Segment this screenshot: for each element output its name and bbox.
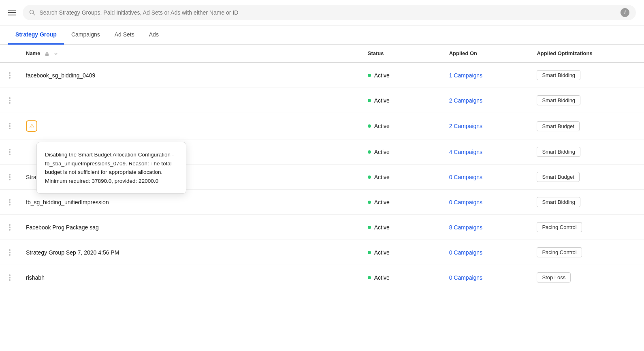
row-menu-cell <box>0 190 19 215</box>
row-context-menu[interactable] <box>6 72 13 79</box>
svg-rect-2 <box>45 54 49 56</box>
applied-on-link[interactable]: 2 Campaigns <box>449 123 483 129</box>
status-dot <box>368 124 371 128</box>
row-applied-on-cell: 2 Campaigns <box>443 113 531 139</box>
optimization-badge: Smart Budget <box>537 121 580 131</box>
applied-on-link[interactable]: 0 Campaigns <box>449 249 483 256</box>
table-row: Active2 CampaignsSmart Bidding <box>0 88 644 113</box>
row-status-cell: Active <box>361 113 443 139</box>
row-optimization-cell: Smart Bidding <box>530 190 644 215</box>
col-applied-on: Applied On <box>443 45 531 62</box>
status-label: Active <box>374 174 390 180</box>
row-applied-on-cell: 2 Campaigns <box>443 88 531 113</box>
row-status-cell: Active <box>361 190 443 215</box>
info-icon: i <box>621 8 629 17</box>
warning-icon: ⚠ <box>26 120 37 132</box>
row-menu-cell <box>0 113 19 139</box>
status-label: Active <box>374 274 390 281</box>
table-row: Strategy Group Sep 7, 2020 4:56 PMActive… <box>0 240 644 265</box>
row-applied-on-cell: 1 Campaigns <box>443 62 531 88</box>
row-optimization-cell: Smart Bidding <box>530 139 644 165</box>
applied-on-link[interactable]: 0 Campaigns <box>449 174 483 180</box>
row-name: rishabh <box>26 274 45 281</box>
row-context-menu[interactable] <box>6 149 13 155</box>
col-menu <box>0 45 19 62</box>
col-status: Status <box>361 45 443 62</box>
row-name-cell: Facebook Prog Package sag <box>19 215 361 240</box>
row-status-cell: Active <box>361 62 443 88</box>
row-applied-on-cell: 0 Campaigns <box>443 240 531 265</box>
row-applied-on-cell: 0 Campaigns <box>443 165 531 190</box>
row-optimization-cell: Stop Loss <box>530 265 644 290</box>
row-optimization-cell: Smart Budget <box>530 113 644 139</box>
row-status-cell: Active <box>361 265 443 290</box>
applied-on-link[interactable]: 1 Campaigns <box>449 72 483 79</box>
row-status-cell: Active <box>361 165 443 190</box>
row-menu-cell <box>0 240 19 265</box>
row-context-menu[interactable] <box>6 274 13 281</box>
table-row: facebook_sg_bidding_0409Active1 Campaign… <box>0 62 644 88</box>
status-dot <box>368 251 371 254</box>
status-label: Active <box>374 249 390 256</box>
row-status-cell: Active <box>361 139 443 165</box>
row-name-cell: facebook_sg_bidding_0409 <box>19 62 361 88</box>
row-optimization-cell: Smart Budget <box>530 165 644 190</box>
status-label: Active <box>374 224 390 231</box>
row-menu-cell <box>0 265 19 290</box>
lock-icon <box>45 51 49 56</box>
applied-on-link[interactable]: 8 Campaigns <box>449 224 483 231</box>
row-name-cell <box>19 88 361 113</box>
row-status-cell: Active <box>361 215 443 240</box>
status-label: Active <box>374 199 390 205</box>
status-label: Active <box>374 149 390 155</box>
row-menu-cell <box>0 88 19 113</box>
row-name: Strategy Group Sep 7, 2020 4:56 PM <box>26 249 119 256</box>
row-context-menu[interactable] <box>6 199 13 205</box>
tab-ads[interactable]: Ads <box>142 26 166 45</box>
status-dot <box>368 176 371 179</box>
applied-on-link[interactable]: 0 Campaigns <box>449 199 483 205</box>
row-optimization-cell: Smart Bidding <box>530 88 644 113</box>
hamburger-menu[interactable] <box>8 10 16 15</box>
status-dot <box>368 276 371 279</box>
status-dot <box>368 150 371 154</box>
row-context-menu[interactable] <box>6 123 13 129</box>
search-input[interactable] <box>39 9 616 16</box>
row-status-cell: Active <box>361 240 443 265</box>
col-optimizations: Applied Optimizations <box>530 45 644 62</box>
status-label: Active <box>374 97 390 104</box>
row-status-cell: Active <box>361 88 443 113</box>
applied-on-link[interactable]: 2 Campaigns <box>449 97 483 104</box>
tab-strategy-group[interactable]: Strategy Group <box>8 26 64 45</box>
table-row: rishabhActive0 CampaignsStop Loss <box>0 265 644 290</box>
row-optimization-cell: Pacing Control <box>530 215 644 240</box>
row-applied-on-cell: 8 Campaigns <box>443 215 531 240</box>
optimization-badge: Pacing Control <box>537 222 582 232</box>
status-label: Active <box>374 72 390 79</box>
optimization-badge: Smart Bidding <box>537 95 580 105</box>
row-context-menu[interactable] <box>6 97 13 104</box>
row-menu-cell <box>0 215 19 240</box>
table-row: ⚠Active2 CampaignsSmart Budget <box>0 113 644 139</box>
row-name-cell: Strategy Group Sep 7, 2020 4:56 PM <box>19 240 361 265</box>
chevron-down-icon <box>54 52 58 56</box>
row-menu-cell <box>0 62 19 88</box>
row-context-menu[interactable] <box>6 224 13 231</box>
row-context-menu[interactable] <box>6 174 13 180</box>
row-name-cell: rishabh <box>19 265 361 290</box>
row-name: facebook_sg_bidding_0409 <box>26 72 95 79</box>
row-context-menu[interactable] <box>6 249 13 256</box>
optimization-badge: Smart Bidding <box>537 197 580 207</box>
status-dot <box>368 74 371 77</box>
optimization-badge: Pacing Control <box>537 247 582 257</box>
tab-ad-sets[interactable]: Ad Sets <box>107 26 142 45</box>
applied-on-link[interactable]: 0 Campaigns <box>449 274 483 281</box>
applied-on-link[interactable]: 4 Campaigns <box>449 149 483 155</box>
status-dot <box>368 99 371 102</box>
optimization-badge: Smart Budget <box>537 172 580 182</box>
tab-campaigns[interactable]: Campaigns <box>64 26 107 45</box>
row-name-cell: ⚠ <box>19 113 361 139</box>
optimization-badge: Stop Loss <box>537 272 571 283</box>
tooltip-popup: Disabling the Smart Budget Allocation Co… <box>36 142 186 194</box>
optimization-badge: Smart Bidding <box>537 70 580 80</box>
